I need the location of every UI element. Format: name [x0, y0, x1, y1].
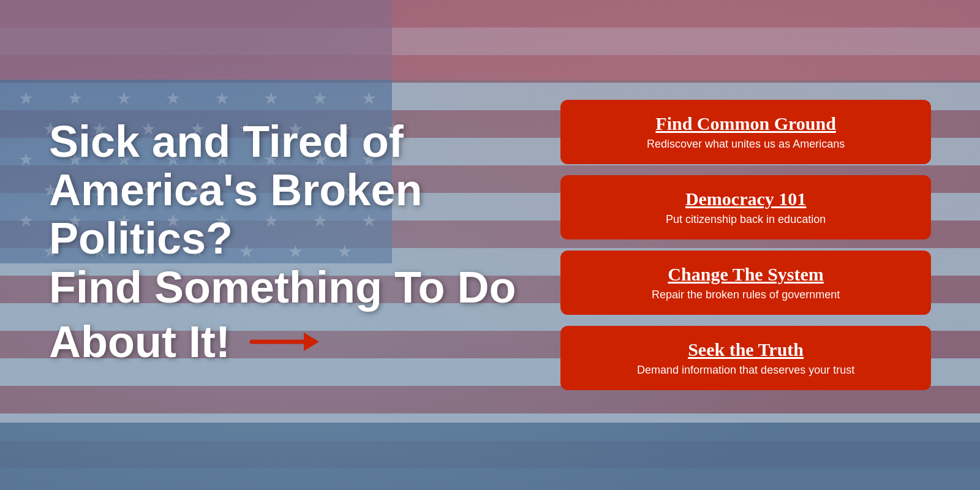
hero-section: ★ ★ ★ ★ ★ ★ ★ ★ ★ ★ ★ ★ ★ ★ ★ ★ ★ ★ ★	[0, 0, 980, 490]
main-content-left: Sick and Tired of America's Broken Polit…	[49, 118, 534, 372]
card-seek-the-truth[interactable]: Seek the Truth Demand information that d…	[560, 326, 931, 390]
card-change-the-system-title: Change The System	[582, 264, 910, 285]
card-democracy-101-subtitle: Put citizenship back in education	[582, 213, 910, 226]
svg-marker-47	[304, 333, 319, 351]
card-democracy-101-title: Democracy 101	[582, 189, 910, 209]
svg-text:★: ★	[18, 89, 34, 108]
card-seek-the-truth-subtitle: Demand information that deserves your tr…	[582, 364, 910, 377]
card-find-common-ground-subtitle: Rediscover what unites us as Americans	[582, 138, 910, 151]
svg-text:★: ★	[67, 89, 83, 108]
heading-line1: Sick and Tired of	[49, 117, 404, 166]
card-change-the-system[interactable]: Change The System Repair the broken rule…	[560, 251, 931, 315]
svg-text:★: ★	[214, 89, 230, 108]
svg-text:★: ★	[361, 89, 377, 108]
svg-text:★: ★	[165, 89, 181, 108]
card-seek-the-truth-title: Seek the Truth	[582, 339, 910, 360]
heading-line3: Politics?	[49, 214, 233, 263]
svg-text:★: ★	[312, 89, 328, 108]
card-find-common-ground[interactable]: Find Common Ground Rediscover what unite…	[560, 100, 931, 164]
card-democracy-101[interactable]: Democracy 101 Put citizenship back in ed…	[560, 175, 931, 239]
arrow-right-icon	[249, 318, 322, 366]
main-heading: Sick and Tired of America's Broken Polit…	[49, 118, 534, 366]
svg-text:★: ★	[116, 89, 132, 108]
card-change-the-system-subtitle: Repair the broken rules of government	[582, 288, 910, 301]
heading-line5: About It!	[49, 318, 230, 366]
svg-text:★: ★	[18, 150, 34, 169]
heading-line2: America's Broken	[49, 165, 422, 214]
cards-column: Find Common Ground Rediscover what unite…	[560, 100, 931, 390]
heading-line4: Find Something To Do	[49, 263, 516, 312]
svg-text:★: ★	[18, 211, 34, 230]
svg-text:★: ★	[263, 89, 279, 108]
card-find-common-ground-title: Find Common Ground	[582, 113, 910, 134]
